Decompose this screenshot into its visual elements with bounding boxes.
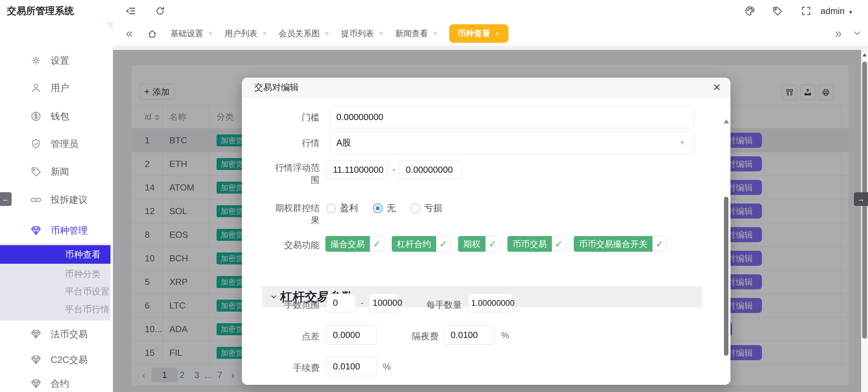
check-icon: ✓ (370, 236, 384, 252)
feature-coin-trade[interactable]: 币币交易✓ (507, 236, 566, 252)
tab-menu-chevron-icon[interactable] (852, 28, 862, 38)
gem-icon (30, 328, 42, 340)
gear-icon (30, 55, 42, 66)
dialog-body: 门槛 0.00000000 行情 A股 ▼ 行情浮动范围 11.11000000… (242, 97, 730, 385)
radio-none-selected[interactable] (373, 204, 383, 213)
close-icon[interactable]: ✕ (325, 30, 329, 37)
theme-palette-icon[interactable] (744, 5, 755, 16)
trade-feature-toggles: 撮合交易✓ 杠杆合约✓ 期权✓ 币币交易✓ 币币交易撮合开关✓ (325, 236, 667, 252)
threshold-label: 门槛 (265, 111, 320, 123)
check-icon: ✓ (652, 236, 667, 252)
sidebar-item-platform-coin-settings[interactable]: 平台币设置 (0, 282, 111, 301)
tab-news-view[interactable]: 新闻查看✕ (395, 28, 438, 39)
fee-input[interactable]: 0.0100 (326, 357, 377, 376)
tag-icon[interactable] (772, 5, 783, 16)
tab-member-graph[interactable]: 会员关系图✕ (279, 28, 329, 39)
tabs-scroll-left[interactable]: « (126, 22, 133, 45)
home-icon[interactable] (147, 29, 157, 39)
close-icon[interactable]: ✕ (208, 30, 213, 37)
menu-fold-icon[interactable] (125, 5, 136, 16)
check-icon: ✓ (485, 236, 500, 252)
sidebar-item-news[interactable]: 新闻 (0, 162, 113, 181)
sidebar-item-coin-category[interactable]: 币种分类 (0, 265, 111, 283)
chevron-down-icon: ▼ (848, 9, 853, 15)
feature-coin-trade-matching-switch[interactable]: 币币交易撮合开关✓ (574, 236, 667, 252)
sidebar-item-coin-view[interactable]: 币种查看 (0, 245, 111, 264)
check-icon: ✓ (552, 236, 566, 252)
arrow-left-icon: ← (2, 195, 10, 204)
lots-separator: - (361, 298, 364, 308)
radio-profit[interactable] (326, 204, 336, 213)
user-icon (30, 82, 42, 94)
trade-features-label: 交易功能 (265, 239, 320, 251)
market-select[interactable]: A股 ▼ (330, 132, 695, 154)
spread-input[interactable]: 0.0000 (326, 325, 377, 345)
tab-user-list[interactable]: 用户列表✕ (224, 28, 267, 39)
per-lot-input[interactable]: 1.00000000 (468, 293, 513, 312)
radio-profit-label[interactable]: 盈利 (340, 202, 358, 214)
tab-bar: « 基础设置✕ 用户列表✕ 会员关系图✕ 提币列表✕ 新闻查看✕ 币种查看✕ » (113, 22, 868, 46)
dialog-scroll-up-icon[interactable] (724, 119, 729, 123)
sidebar-item-c2c-trade[interactable]: C2C交易 (0, 351, 113, 369)
sidebar-group-coin-management[interactable]: 币种管理 (0, 221, 113, 240)
chevron-down-icon: ▼ (679, 139, 685, 146)
top-bar: 交易所管理系统 admin▼ (0, 0, 868, 22)
user-menu[interactable]: admin▼ (820, 0, 853, 23)
range-separator: - (392, 164, 396, 175)
edit-pair-dialog: 交易对编辑 ✕ 门槛 0.00000000 行情 A股 ▼ 行情浮动范围 11.… (242, 78, 730, 385)
option-control-radios: 盈利 无 亏损 (326, 202, 457, 214)
radio-loss-label[interactable]: 亏损 (424, 202, 442, 214)
feature-matching-trade[interactable]: 撮合交易✓ (325, 236, 384, 252)
tab-base-settings[interactable]: 基础设置✕ (170, 28, 213, 39)
feature-lever-contract[interactable]: 杠杆合约✓ (392, 236, 451, 252)
float-range-to-input[interactable]: 0.00000000 (399, 160, 462, 180)
check-icon: ✓ (436, 236, 451, 252)
tabs-scroll-right[interactable]: » (835, 22, 842, 45)
scroll-up-arrow-icon[interactable] (863, 53, 867, 56)
refresh-icon[interactable] (155, 5, 166, 16)
radio-none-label[interactable]: 无 (387, 202, 396, 214)
sidebar-submenu: 币种查看 币种分类 平台币设置 平台币行情 (0, 244, 111, 321)
arrow-right-icon: → (857, 195, 865, 204)
sidebar-item-settings[interactable]: 设置 (0, 51, 113, 70)
collapse-left-handle[interactable]: ← (0, 192, 12, 206)
sidebar-item-fiat-trade[interactable]: 法币交易 (0, 325, 113, 343)
link-icon (30, 194, 42, 206)
dialog-header: 交易对编辑 ✕ (242, 78, 730, 97)
float-range-label: 行情浮动范围 (268, 161, 320, 186)
lots-from-input[interactable]: 0 (326, 293, 356, 312)
overnight-label: 隔夜费 (394, 330, 439, 342)
dollar-circle-icon (30, 110, 42, 122)
sidebar: 设置 用户 钱包 管理员 新闻 投拆建议 币种管理 币种查看 币种分类 平台币设… (0, 22, 113, 392)
overnight-input[interactable]: 0.0100 (444, 325, 495, 345)
tab-withdraw-list[interactable]: 提币列表✕ (341, 28, 384, 39)
sidebar-item-users[interactable]: 用户 (0, 79, 113, 97)
sidebar-item-wallet[interactable]: 钱包 (0, 107, 113, 126)
close-icon[interactable]: ✕ (495, 30, 500, 37)
sidebar-item-contract[interactable]: 合约 (0, 375, 113, 392)
threshold-input[interactable]: 0.00000000 (330, 106, 695, 128)
gem-icon (30, 225, 42, 236)
sidebar-item-admins[interactable]: 管理员 (0, 135, 113, 153)
lots-to-input[interactable]: 100000 (369, 293, 399, 312)
fee-label: 手续费 (265, 362, 320, 374)
fullscreen-icon[interactable] (801, 5, 812, 16)
overnight-unit: % (501, 330, 509, 341)
gem-icon (30, 354, 42, 366)
close-icon[interactable]: ✕ (433, 30, 438, 37)
sidebar-item-platform-coin-market[interactable]: 平台币行情 (0, 300, 111, 318)
close-icon[interactable]: ✕ (262, 30, 267, 37)
sidebar-item-feedback[interactable]: 投拆建议 (0, 191, 113, 209)
close-icon[interactable]: ✕ (379, 30, 384, 37)
float-range-from-input[interactable]: 11.11000000 (326, 160, 388, 180)
expand-right-handle[interactable]: → (854, 192, 868, 206)
close-icon[interactable]: ✕ (713, 78, 721, 97)
tab-coin-view-active[interactable]: 币种查看✕ (449, 24, 508, 43)
radio-loss[interactable] (411, 204, 420, 213)
tab-list: 基础设置✕ 用户列表✕ 会员关系图✕ 提币列表✕ 新闻查看✕ 币种查看✕ (170, 22, 508, 45)
feature-option[interactable]: 期权✓ (458, 236, 500, 252)
per-lot-label: 每手数量 (411, 299, 462, 311)
page-scrollbar[interactable] (861, 50, 868, 392)
dialog-scrollbar-thumb[interactable] (724, 197, 728, 356)
shield-check-icon (30, 138, 42, 150)
